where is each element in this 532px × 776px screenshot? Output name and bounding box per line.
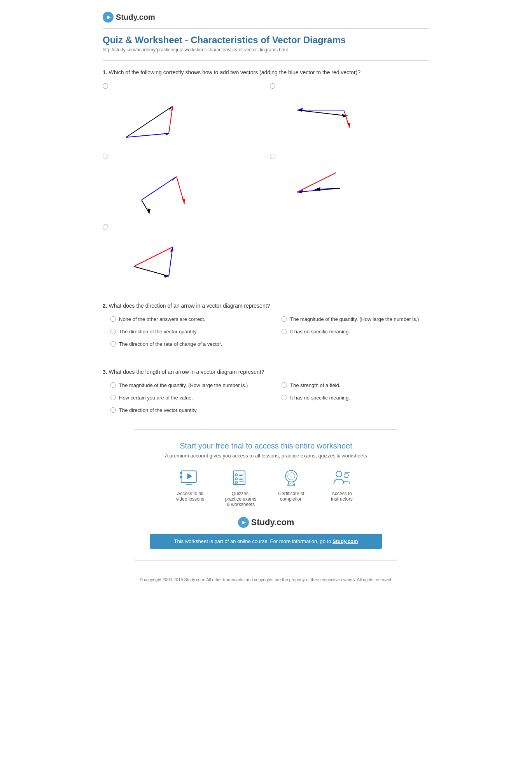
question-3-answers: The magnitude of the quantity. (How larg… xyxy=(110,382,429,414)
svg-point-50 xyxy=(336,471,342,477)
premium-logo-text: Study.com xyxy=(251,517,294,527)
vector-diagrams-grid xyxy=(103,82,429,282)
premium-banner-link[interactable]: Study.com xyxy=(332,538,358,544)
premium-banner-text: This worksheet is part of an online cour… xyxy=(174,538,331,544)
divider-top xyxy=(103,60,429,61)
vector-svg-b xyxy=(278,91,355,141)
svg-marker-33 xyxy=(187,473,192,479)
premium-features: Access to all video lessons Quizzes, pra… xyxy=(150,468,382,507)
svg-rect-32 xyxy=(180,476,182,478)
svg-marker-11 xyxy=(347,123,350,128)
svg-point-36 xyxy=(235,474,238,476)
vector-svg-e xyxy=(110,231,188,282)
radio-a[interactable] xyxy=(103,82,262,89)
svg-point-39 xyxy=(235,478,238,480)
q3-answer-a[interactable]: The magnitude of the quantity. (How larg… xyxy=(110,382,258,389)
svg-line-28 xyxy=(169,247,173,276)
svg-marker-9 xyxy=(342,114,348,117)
premium-title: Start your free trial to access this ent… xyxy=(150,441,382,450)
svg-marker-15 xyxy=(182,198,185,204)
feature-quiz: Quizzes, practice exams & worksheets xyxy=(223,468,258,507)
q2-answer-c[interactable]: The direction of the vector quantity. xyxy=(110,328,258,335)
vector-svg-c xyxy=(110,161,188,215)
site-header: Study.com xyxy=(103,8,429,29)
video-icon xyxy=(179,468,201,488)
diagram-c[interactable] xyxy=(103,153,262,215)
svg-text:✓: ✓ xyxy=(290,475,293,478)
logo-text: Study.com xyxy=(116,13,155,22)
premium-box: Start your free trial to access this ent… xyxy=(134,429,398,561)
question-2: 2. What does the direction of an arrow i… xyxy=(103,302,429,348)
quiz-icon xyxy=(230,468,252,488)
page-title: Quiz & Worksheet - Characteristics of Ve… xyxy=(103,35,429,46)
q3-answer-e[interactable]: The direction of the vector quantity. xyxy=(110,407,258,414)
svg-marker-25 xyxy=(163,274,169,278)
diagram-b[interactable] xyxy=(270,82,429,145)
diagram-a[interactable] xyxy=(103,82,262,145)
svg-line-16 xyxy=(142,200,149,214)
vector-svg-a xyxy=(110,91,188,145)
radio-b[interactable] xyxy=(270,82,429,89)
svg-point-42 xyxy=(235,482,238,484)
copyright-text: © copyright 2003-2015 Study.com. All oth… xyxy=(103,576,429,583)
certificate-icon: ✓ xyxy=(280,468,302,488)
svg-point-51 xyxy=(344,473,348,478)
q2-answer-d[interactable]: It has no specific meaning. xyxy=(282,328,429,335)
question-2-text: 2. What does the direction of an arrow i… xyxy=(103,302,429,310)
instructor-icon xyxy=(331,468,353,488)
question-1-text: 1. Which of the following correctly show… xyxy=(103,68,429,77)
question-3-text: 3. What does the length of an arrow in a… xyxy=(103,368,429,376)
svg-rect-31 xyxy=(180,472,182,474)
svg-line-24 xyxy=(134,266,169,276)
diagram-e[interactable] xyxy=(103,223,262,282)
svg-line-8 xyxy=(297,110,348,116)
svg-line-2 xyxy=(126,133,169,137)
q2-answer-a[interactable]: None of the other answers are correct. xyxy=(110,316,258,323)
feature-video: Access to all video lessons xyxy=(173,468,208,507)
feature-instructors: Access to instructors xyxy=(324,468,359,507)
question-1: 1. Which of the following correctly show… xyxy=(103,68,429,282)
q3-answer-c[interactable]: How certain you are of the value. xyxy=(110,394,258,401)
question-2-answers: None of the other answers are correct. T… xyxy=(110,316,429,348)
svg-line-4 xyxy=(169,106,173,133)
vector-svg-d xyxy=(278,161,355,212)
logo-icon xyxy=(103,12,114,23)
diagram-d[interactable] xyxy=(270,153,429,215)
svg-line-26 xyxy=(134,247,173,266)
divider-q1-q2 xyxy=(103,294,429,294)
premium-logo: Study.com xyxy=(150,517,382,528)
radio-d[interactable] xyxy=(270,153,429,159)
page-url: http://study.com/academy/practice/quiz-w… xyxy=(103,47,429,53)
radio-c[interactable] xyxy=(103,153,262,159)
question-3: 3. What does the length of an arrow in a… xyxy=(103,368,429,414)
feature-certificate: ✓ Certificate of completion xyxy=(274,468,309,507)
q3-answer-b[interactable]: The strength of a field. xyxy=(282,382,429,389)
site-logo[interactable]: Study.com xyxy=(103,12,155,23)
svg-line-0 xyxy=(126,106,173,137)
q3-answer-d[interactable]: It has no specific meaning. xyxy=(282,394,429,401)
premium-logo-icon xyxy=(238,517,249,528)
radio-e[interactable] xyxy=(103,223,262,229)
premium-subtitle: A premium account gives you access to al… xyxy=(150,453,382,459)
q2-answer-e[interactable]: The direction of the rate of change of a… xyxy=(110,341,258,348)
feature-instructor-label: Access to instructors xyxy=(324,491,359,502)
divider-q2-q3 xyxy=(103,360,429,360)
svg-line-12 xyxy=(142,177,177,200)
q2-answer-b[interactable]: The magnitude of the quantity. (How larg… xyxy=(282,316,429,323)
premium-banner: This worksheet is part of an online cour… xyxy=(150,534,382,549)
